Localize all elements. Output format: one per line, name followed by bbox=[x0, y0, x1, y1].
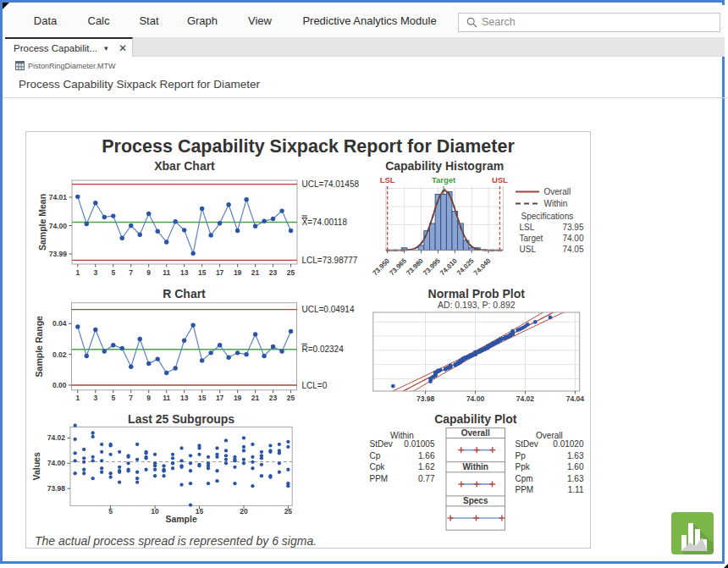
svg-text:73.965: 73.965 bbox=[388, 256, 408, 277]
svg-text:74.01: 74.01 bbox=[49, 193, 68, 201]
svg-text:74.02: 74.02 bbox=[47, 433, 66, 442]
svg-text:73.995: 73.995 bbox=[422, 256, 442, 277]
menu-item-view[interactable]: View bbox=[248, 5, 272, 37]
svg-text:73.95: 73.95 bbox=[562, 223, 583, 232]
svg-text:74.02: 74.02 bbox=[516, 394, 535, 403]
svg-text:23: 23 bbox=[269, 268, 278, 277]
svg-text:1.60: 1.60 bbox=[567, 462, 584, 471]
svg-text:20: 20 bbox=[240, 507, 248, 516]
svg-text:73.99: 73.99 bbox=[49, 250, 68, 258]
menu-item-predictive-analytics-module[interactable]: Predictive Analytics Module bbox=[302, 5, 436, 37]
svg-text:Within: Within bbox=[463, 462, 488, 471]
svg-text:25: 25 bbox=[287, 394, 295, 402]
tab-strip: Process Capabilit... ▾ ✕ bbox=[5, 37, 725, 57]
svg-text:23: 23 bbox=[269, 394, 278, 402]
svg-text:Within: Within bbox=[544, 199, 568, 208]
svg-text:19: 19 bbox=[234, 268, 242, 277]
svg-text:StDev: StDev bbox=[370, 439, 393, 449]
report-footnote: The actual process spread is represented… bbox=[35, 534, 317, 548]
tab-process-capability[interactable]: Process Capabilit... ▾ ✕ bbox=[5, 37, 133, 57]
svg-text:Overall: Overall bbox=[544, 187, 571, 196]
menu-item-graph[interactable]: Graph bbox=[187, 5, 218, 37]
svg-text:74.00: 74.00 bbox=[562, 234, 583, 243]
rchart-chart: R ChartSample Range0.000.020.04135791113… bbox=[34, 287, 355, 402]
svg-text:0.01005: 0.01005 bbox=[404, 439, 435, 449]
minitab-logo-icon bbox=[671, 512, 714, 554]
svg-text:Last 25 Subgroups: Last 25 Subgroups bbox=[128, 412, 234, 426]
svg-text:25: 25 bbox=[287, 268, 295, 277]
svg-text:1.63: 1.63 bbox=[567, 451, 584, 460]
svg-text:Specifications: Specifications bbox=[521, 212, 574, 221]
svg-text:74.010: 74.010 bbox=[438, 256, 459, 277]
chevron-down-icon[interactable]: ▾ bbox=[104, 40, 108, 57]
svg-text:5: 5 bbox=[111, 268, 115, 277]
svg-text:74.00: 74.00 bbox=[466, 394, 485, 403]
svg-text:1: 1 bbox=[75, 268, 80, 277]
svg-text:PPM: PPM bbox=[516, 485, 534, 494]
worksheet-name: PistonRingDiameter.MTW bbox=[28, 60, 116, 72]
svg-text:USL: USL bbox=[520, 245, 537, 254]
svg-text:74.00: 74.00 bbox=[47, 459, 66, 467]
svg-text:21: 21 bbox=[251, 268, 260, 277]
svg-text:3: 3 bbox=[93, 268, 97, 277]
xbar-chart: Xbar ChartSample Mean73.9974.0074.011357… bbox=[37, 159, 360, 277]
search-input[interactable]: Search bbox=[458, 13, 720, 32]
svg-text:Overall: Overall bbox=[461, 428, 490, 438]
svg-text:UCL=0.04914: UCL=0.04914 bbox=[302, 305, 355, 314]
svg-text:1.63: 1.63 bbox=[567, 474, 584, 483]
svg-text:0.77: 0.77 bbox=[418, 474, 435, 483]
close-icon[interactable]: ✕ bbox=[119, 40, 127, 57]
svg-text:Normal Prob Plot: Normal Prob Plot bbox=[428, 287, 526, 301]
menu-item-stat[interactable]: Stat bbox=[139, 5, 158, 37]
svg-text:17: 17 bbox=[216, 394, 224, 402]
svg-text:13: 13 bbox=[180, 268, 189, 277]
svg-text:9: 9 bbox=[146, 268, 151, 277]
svg-text:0.00: 0.00 bbox=[52, 381, 67, 389]
svg-text:UCL=74.01458: UCL=74.01458 bbox=[302, 179, 360, 189]
svg-text:10: 10 bbox=[151, 507, 159, 516]
svg-text:74.025: 74.025 bbox=[455, 256, 476, 277]
svg-text:Ppk: Ppk bbox=[516, 462, 531, 471]
capability-histogram: Capability HistogramLSLTargetUSL73.95073… bbox=[371, 159, 583, 277]
last25-subgroups: Last 25 SubgroupsValuesSample73.9874.007… bbox=[32, 412, 293, 524]
heading-divider bbox=[3, 97, 727, 98]
svg-text:PPM: PPM bbox=[370, 474, 389, 483]
selection-corner-bottom-right bbox=[721, 561, 728, 568]
svg-text:9: 9 bbox=[146, 394, 151, 402]
svg-text:74.00: 74.00 bbox=[49, 222, 68, 230]
svg-text:LCL=73.98777: LCL=73.98777 bbox=[302, 256, 358, 265]
svg-text:Target: Target bbox=[432, 175, 456, 185]
svg-text:0.04: 0.04 bbox=[52, 319, 67, 328]
svg-text:15: 15 bbox=[198, 394, 207, 402]
svg-text:R=0.02324: R=0.02324 bbox=[302, 345, 345, 354]
svg-text:25: 25 bbox=[284, 507, 293, 516]
menu-item-data[interactable]: Data bbox=[34, 5, 57, 37]
svg-text:15: 15 bbox=[198, 268, 207, 277]
svg-text:1.62: 1.62 bbox=[418, 462, 435, 471]
svg-text:7: 7 bbox=[129, 394, 133, 402]
worksheet-icon bbox=[15, 61, 25, 70]
sixpack-report: Process Capability Sixpack Report for Di… bbox=[25, 131, 592, 549]
svg-text:73.950: 73.950 bbox=[371, 256, 391, 277]
svg-text:0.01020: 0.01020 bbox=[553, 439, 584, 449]
svg-text:Cp: Cp bbox=[370, 451, 381, 460]
menu-item-calc[interactable]: Calc bbox=[87, 5, 109, 37]
svg-text:Pp: Pp bbox=[516, 451, 527, 460]
svg-text:7: 7 bbox=[129, 268, 133, 277]
svg-text:Sample: Sample bbox=[165, 514, 197, 524]
svg-text:73.98: 73.98 bbox=[47, 484, 66, 493]
svg-text:11: 11 bbox=[163, 268, 170, 277]
svg-text:74.040: 74.040 bbox=[472, 256, 493, 277]
normal-prob-plot: Normal Prob PlotAD: 0.193, P: 0.89273.98… bbox=[373, 287, 584, 404]
svg-text:LSL: LSL bbox=[380, 175, 395, 185]
svg-text:0.02: 0.02 bbox=[52, 350, 67, 359]
svg-text:Xbar Chart: Xbar Chart bbox=[154, 159, 215, 173]
svg-text:5: 5 bbox=[108, 507, 113, 516]
svg-text:Target: Target bbox=[520, 234, 543, 243]
svg-text:19: 19 bbox=[234, 394, 242, 402]
svg-text:AD: 0.193, P: 0.892: AD: 0.193, P: 0.892 bbox=[438, 300, 516, 310]
svg-text:74.05: 74.05 bbox=[562, 245, 583, 254]
svg-text:1: 1 bbox=[75, 394, 80, 402]
svg-text:LSL: LSL bbox=[520, 223, 535, 232]
svg-text:73.98: 73.98 bbox=[416, 394, 435, 403]
